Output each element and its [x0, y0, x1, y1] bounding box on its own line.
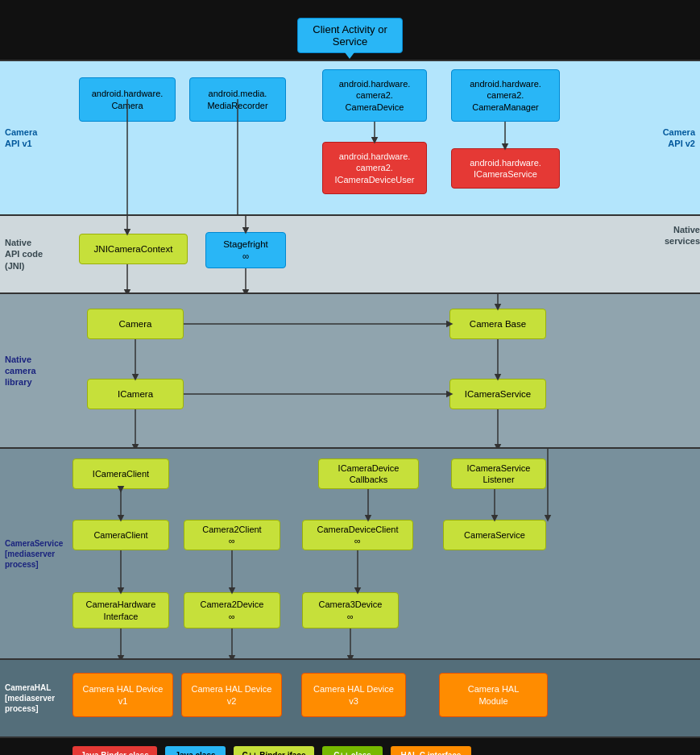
icamera-service-box: android.hardware.ICameraService — [451, 148, 560, 189]
stagefright-box: Stagefright∞ — [205, 232, 286, 268]
icamera-box: ICamera — [87, 379, 184, 409]
hal-v1-box: Camera HAL Devicev1 — [72, 673, 173, 717]
android-hardware-camera2-device-box: android.hardware.camera2.CameraDevice — [322, 69, 427, 122]
camera2client-box: Camera2Client∞ — [184, 520, 280, 550]
camera-service-content: ICameraClient ICameraDeviceCallbacks ICa… — [72, 449, 700, 658]
hal-label: CameraHAL[mediaserverprocess] — [0, 660, 72, 736]
android-media-mediarecorder-box: android.media.MediaRecorder — [189, 77, 286, 122]
native-api-label: NativeAPI code(JNI) — [0, 216, 72, 292]
camera-api-v1-label: CameraAPI v1 — [0, 61, 72, 214]
camera-device-client-box: CameraDeviceClient∞ — [302, 520, 413, 550]
legend-hal-interface: HAL C interface — [391, 746, 471, 755]
hal-v2-box: Camera HAL Devicev2 — [181, 673, 282, 717]
legend-row: Java Binder class Java class C++ Binder … — [0, 738, 700, 755]
camera2device-box: Camera2Device∞ — [184, 592, 280, 628]
camera-base-box: Camera Base — [449, 309, 546, 339]
native-lib-section: Nativecameralibrary Camera ICamera Camer… — [0, 294, 700, 447]
native-services-label: Nativeservices — [644, 224, 700, 247]
native-lib-label: Nativecameralibrary — [0, 294, 72, 447]
diagram-container: Client Activity orService CameraAPI v1 a… — [0, 0, 700, 755]
native-api-content: JNICameraContext Stagefright∞ Nativeserv… — [72, 216, 700, 292]
android-hardware-camera-box: android.hardware.Camera — [79, 77, 176, 122]
icamera-device-callbacks-box: ICameraDeviceCallbacks — [318, 458, 419, 489]
camera-api-v2-label: CameraAPI v2 — [628, 61, 700, 214]
hal-content: Camera HAL Devicev1 Camera HAL Devicev2 … — [72, 660, 700, 736]
camera-hardware-iface-box: CameraHardwareInterface — [72, 592, 169, 628]
hal-module-box: Camera HALModule — [439, 673, 548, 717]
native-lib-content: Camera ICamera Camera Base ICameraServic… — [72, 294, 700, 447]
legend-cpp-binder-box: C++ Binder iface — [234, 746, 314, 755]
legend-hal-box: HAL C interface — [391, 746, 471, 755]
legend-java-class: Java class — [165, 746, 226, 755]
camera3device-box: Camera3Device∞ — [302, 592, 399, 628]
camera-api-content: android.hardware.Camera android.media.Me… — [72, 61, 628, 214]
icamera-client-box: ICameraClient — [72, 458, 169, 489]
camera-client-box: CameraClient — [72, 520, 169, 550]
jni-camera-context-box: JNICameraContext — [79, 234, 188, 264]
client-row: Client Activity orService — [0, 8, 700, 60]
camera-service-label: CameraService[mediaserverprocess] — [0, 449, 72, 658]
legend-cpp-class: C++ class — [322, 746, 383, 755]
legend-java-binder-box: Java Binder class — [72, 746, 157, 755]
hal-v3-box: Camera HAL Devicev3 — [301, 673, 406, 717]
native-api-section: NativeAPI code(JNI) JNICameraContext Sta… — [0, 216, 700, 292]
android-hardware-camera2-manager-box: android.hardware.camera2.CameraManager — [451, 69, 560, 122]
icamera-device-user-box: android.hardware.camera2.ICameraDeviceUs… — [322, 142, 427, 194]
client-box: Client Activity orService — [297, 18, 402, 53]
hal-section: CameraHAL[mediaserverprocess] Camera HAL… — [0, 660, 700, 736]
camera-service-section: CameraService[mediaserverprocess] ICamer… — [0, 449, 700, 658]
legend-cpp-class-box: C++ class — [322, 746, 383, 755]
camera-api-section: CameraAPI v1 android.hardware.Camera and… — [0, 61, 700, 214]
icamera-service-native-box: ICameraService — [449, 379, 546, 409]
legend-java-binder: Java Binder class — [72, 746, 157, 755]
legend-java-class-box: Java class — [165, 746, 226, 755]
top-bar — [0, 0, 700, 8]
camera-box: Camera — [87, 309, 184, 339]
camera-service3-box: CameraService — [443, 520, 546, 550]
icamera-service-listener-box: ICameraServiceListener — [451, 458, 546, 489]
legend-cpp-binder: C++ Binder iface — [234, 746, 314, 755]
